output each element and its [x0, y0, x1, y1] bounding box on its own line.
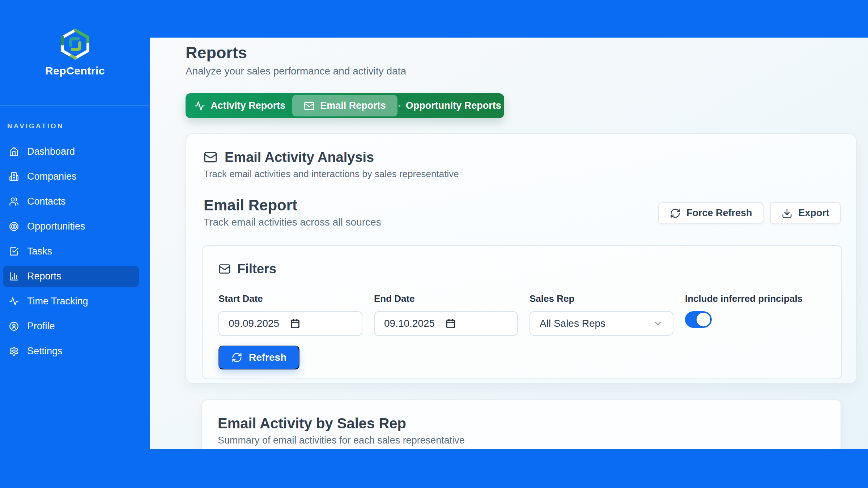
- toggle-knob: [697, 313, 710, 326]
- tab-label: Email Reports: [320, 100, 386, 111]
- start-date-label: Start Date: [218, 294, 362, 303]
- filters-header: Filters: [218, 260, 841, 278]
- sidebar-item-label: Settings: [27, 346, 63, 357]
- card-subtitle: Track email activities and interactions …: [204, 168, 856, 180]
- tab-email-reports[interactable]: Email Reports: [292, 95, 397, 116]
- section-subtitle: Summary of email activities for each sal…: [218, 435, 841, 446]
- sidebar-item-label: Dashboard: [27, 146, 75, 157]
- page-title: Reports: [186, 43, 868, 62]
- home-icon: [9, 147, 19, 157]
- sidebar-item-label: Contacts: [27, 196, 66, 207]
- export-button[interactable]: Export: [770, 202, 841, 224]
- target-icon: [9, 222, 19, 231]
- refresh-icon: [231, 352, 242, 363]
- sidebar: RepCentric NAVIGATION Dashboard Companie…: [0, 0, 150, 449]
- end-date-input[interactable]: 09.10.2025: [374, 311, 518, 336]
- sidebar-item-profile[interactable]: Profile: [3, 316, 139, 337]
- filters-card: Filters Start Date 09.09.2025 End Date 0…: [202, 245, 842, 379]
- filters-title: Filters: [237, 261, 276, 277]
- sidebar-nav: Dashboard Companies Contacts Opportuniti…: [0, 141, 150, 362]
- sales-rep-value: All Sales Reps: [540, 318, 605, 329]
- building-icon: [9, 172, 19, 181]
- sidebar-item-dashboard[interactable]: Dashboard: [3, 141, 139, 162]
- sidebar-item-time-tracking[interactable]: Time Tracking: [3, 291, 139, 312]
- download-icon: [782, 208, 792, 219]
- end-date-field: End Date 09.10.2025: [374, 294, 518, 336]
- report-tabbar: Activity Reports Email Reports Opportuni…: [186, 93, 504, 118]
- sidebar-item-contacts[interactable]: Contacts: [3, 191, 139, 212]
- include-inferred-label: Include inferred principals: [685, 294, 803, 303]
- sidebar-item-tasks[interactable]: Tasks: [3, 241, 139, 262]
- refresh-button[interactable]: Refresh: [218, 346, 299, 369]
- mail-icon: [218, 263, 231, 275]
- sidebar-item-companies[interactable]: Companies: [3, 166, 139, 187]
- tab-label: Activity Reports: [210, 100, 285, 111]
- dot-icon: [399, 105, 400, 107]
- sidebar-item-label: Profile: [27, 321, 55, 332]
- end-date-label: End Date: [374, 294, 518, 303]
- section-title: Email Activity by Sales Rep: [218, 415, 841, 432]
- sales-rep-select[interactable]: All Sales Reps: [529, 311, 673, 336]
- tab-opportunity-reports[interactable]: Opportunity Reports: [397, 95, 502, 116]
- refresh-label: Refresh: [249, 352, 286, 363]
- include-inferred-field: Include inferred principals: [685, 294, 803, 328]
- mail-icon: [304, 100, 315, 111]
- app-root: RepCentric NAVIGATION Dashboard Companie…: [0, 0, 868, 488]
- include-inferred-toggle[interactable]: [685, 311, 712, 328]
- chevron-down-icon: [652, 318, 663, 329]
- bar-chart-icon: [9, 271, 19, 281]
- start-date-field: Start Date 09.09.2025: [218, 294, 362, 336]
- sales-rep-label: Sales Rep: [529, 294, 673, 303]
- refresh-icon: [670, 208, 681, 219]
- check-square-icon: [9, 247, 19, 256]
- email-activity-by-rep-card: Email Activity by Sales Rep Summary of e…: [201, 399, 841, 449]
- start-date-input[interactable]: 09.09.2025: [218, 311, 362, 336]
- sales-rep-field: Sales Rep All Sales Reps: [529, 294, 673, 336]
- start-date-value: 09.09.2025: [229, 318, 279, 329]
- force-refresh-button[interactable]: Force Refresh: [658, 202, 764, 224]
- report-actions: Force Refresh Export: [658, 202, 841, 224]
- users-icon: [9, 197, 19, 206]
- calendar-icon[interactable]: [446, 318, 456, 329]
- export-label: Export: [798, 207, 829, 219]
- force-refresh-label: Force Refresh: [686, 207, 752, 219]
- user-circle-icon: [9, 321, 19, 331]
- card-header: Email Activity Analysis: [204, 149, 856, 165]
- mail-icon: [204, 150, 217, 164]
- sidebar-item-reports[interactable]: Reports: [3, 266, 139, 287]
- brand-logo-block: RepCentric: [0, 0, 150, 106]
- sidebar-item-label: Time Tracking: [27, 296, 88, 307]
- sidebar-item-label: Opportunities: [27, 221, 85, 232]
- activity-icon: [9, 296, 19, 306]
- brand-name: RepCentric: [45, 65, 105, 77]
- sidebar-item-label: Companies: [27, 171, 77, 182]
- gear-icon: [9, 346, 19, 356]
- nav-section-label: NAVIGATION: [7, 122, 150, 130]
- activity-icon: [194, 100, 205, 111]
- sidebar-item-label: Reports: [27, 271, 61, 282]
- page-subtitle: Analyze your sales performance and activ…: [186, 65, 868, 77]
- email-activity-analysis-card: Email Activity Analysis Track email acti…: [186, 133, 857, 384]
- tab-label: Opportunity Reports: [406, 100, 501, 111]
- main-panel: Reports Analyze your sales performance a…: [150, 38, 868, 449]
- sidebar-item-opportunities[interactable]: Opportunities: [3, 216, 139, 237]
- sidebar-item-label: Tasks: [27, 246, 52, 257]
- card-title: Email Activity Analysis: [225, 150, 374, 165]
- repcentric-logo-icon: [60, 29, 90, 60]
- tab-activity-reports[interactable]: Activity Reports: [187, 95, 292, 116]
- end-date-value: 09.10.2025: [384, 318, 435, 329]
- sidebar-item-settings[interactable]: Settings: [3, 341, 139, 362]
- calendar-icon[interactable]: [290, 318, 300, 329]
